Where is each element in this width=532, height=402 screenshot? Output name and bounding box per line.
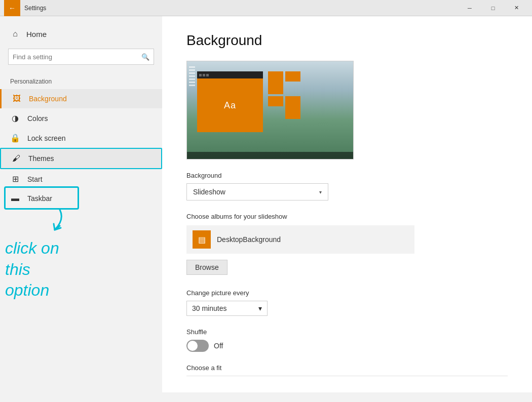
album-item: ▤ DesktopBackground xyxy=(186,225,414,254)
sidebar-taskbar-label: Taskbar xyxy=(27,194,52,203)
strip-2 xyxy=(189,69,195,71)
preview-taskbar xyxy=(187,152,353,159)
window-controls: ─ □ ✕ xyxy=(458,0,528,16)
sidebar-home-label: Home xyxy=(26,30,47,38)
sidebar-item-home[interactable]: ⌂ Home xyxy=(0,24,162,44)
strip-1 xyxy=(189,66,195,68)
personalization-label: Personalization xyxy=(0,70,162,89)
colors-icon: ◑ xyxy=(10,113,20,123)
strip-4 xyxy=(189,75,195,77)
home-icon: ⌂ xyxy=(10,29,20,38)
preview-strips xyxy=(189,66,195,86)
sidebar-item-taskbar[interactable]: ▬ Taskbar xyxy=(0,189,162,208)
search-icon: 🔍 xyxy=(137,53,154,61)
shuffle-toggle[interactable] xyxy=(186,340,209,352)
preview-dot xyxy=(206,74,209,76)
sidebar-start-label: Start xyxy=(27,175,43,183)
preview-window-header xyxy=(197,71,263,78)
shuffle-section: Shuffle Off xyxy=(186,328,508,352)
choose-fit-section: Choose a fit xyxy=(186,364,508,376)
themes-icon: 🖌 xyxy=(11,154,21,163)
sidebar-item-lock-screen[interactable]: 🔒 Lock screen xyxy=(0,128,162,148)
lock-screen-icon: 🔒 xyxy=(10,133,20,143)
change-picture-arrow-icon: ▾ xyxy=(258,304,262,312)
preview-dot xyxy=(199,74,202,76)
fit-divider xyxy=(186,376,508,376)
strip-7 xyxy=(189,85,195,86)
album-name: DesktopBackground xyxy=(217,235,281,244)
preview-dot xyxy=(203,74,205,76)
sidebar-item-background[interactable]: 🖼 Background xyxy=(0,89,162,108)
dropdown-arrow-icon: ▾ xyxy=(319,189,322,195)
change-picture-dropdown[interactable]: 30 minutes ▾ xyxy=(186,301,268,316)
strip-6 xyxy=(189,82,195,83)
titlebar-title: Settings xyxy=(24,5,46,12)
desktop-preview: Aa xyxy=(186,61,354,159)
shuffle-label: Shuffle xyxy=(186,328,508,336)
background-section-label: Background xyxy=(186,172,508,179)
fit-label: Choose a fit xyxy=(186,364,508,372)
toggle-off-label: Off xyxy=(214,342,223,350)
background-icon: 🖼 xyxy=(12,94,22,103)
strip-3 xyxy=(189,72,195,74)
app-body: ⌂ Home 🔍 Personalization 🖼 Background ◑ … xyxy=(0,16,532,392)
change-picture-section: Change picture every 30 minutes ▾ xyxy=(186,289,508,316)
sidebar: ⌂ Home 🔍 Personalization 🖼 Background ◑ … xyxy=(0,16,162,392)
preview-window: Aa xyxy=(197,71,263,132)
change-picture-label: Change picture every xyxy=(186,289,508,297)
toggle-row: Off xyxy=(186,340,508,352)
preview-window-body: Aa xyxy=(197,78,263,132)
background-dropdown[interactable]: Slideshow ▾ xyxy=(186,183,328,200)
change-picture-value: 30 minutes xyxy=(192,304,226,312)
sidebar-background-label: Background xyxy=(29,95,67,103)
album-icon: ▤ xyxy=(193,230,211,249)
background-dropdown-value: Slideshow xyxy=(193,188,225,196)
search-input[interactable] xyxy=(9,53,137,61)
toggle-knob xyxy=(187,341,198,351)
main-content: Background xyxy=(162,16,532,392)
sidebar-item-themes[interactable]: 🖌 Themes xyxy=(0,148,162,169)
preview-blocks xyxy=(268,71,300,119)
preview-block-1 xyxy=(268,71,283,94)
browse-button[interactable]: Browse xyxy=(186,260,227,275)
sidebar-item-start[interactable]: ⊞ Start xyxy=(0,169,162,189)
strip-5 xyxy=(189,78,195,80)
sidebar-lock-screen-label: Lock screen xyxy=(27,134,65,142)
back-button[interactable]: ← xyxy=(4,0,20,16)
album-section-label: Choose albums for your slideshow xyxy=(186,213,508,220)
preview-block-3 xyxy=(268,96,283,106)
sidebar-themes-label: Themes xyxy=(28,154,54,163)
page-title: Background xyxy=(186,32,508,49)
search-box[interactable]: 🔍 xyxy=(8,49,154,65)
start-icon: ⊞ xyxy=(10,174,20,184)
album-icon-symbol: ▤ xyxy=(198,235,206,245)
taskbar-icon: ▬ xyxy=(10,194,20,203)
preview-block-4 xyxy=(285,96,300,119)
maximize-button[interactable]: □ xyxy=(481,0,505,16)
close-button[interactable]: ✕ xyxy=(505,0,528,16)
sidebar-colors-label: Colors xyxy=(27,114,48,123)
minimize-button[interactable]: ─ xyxy=(458,0,481,16)
titlebar: ← Settings ─ □ ✕ xyxy=(0,0,532,16)
sidebar-item-colors[interactable]: ◑ Colors xyxy=(0,108,162,128)
preview-block-2 xyxy=(285,71,300,82)
preview-desktop-bg: Aa xyxy=(187,61,353,159)
